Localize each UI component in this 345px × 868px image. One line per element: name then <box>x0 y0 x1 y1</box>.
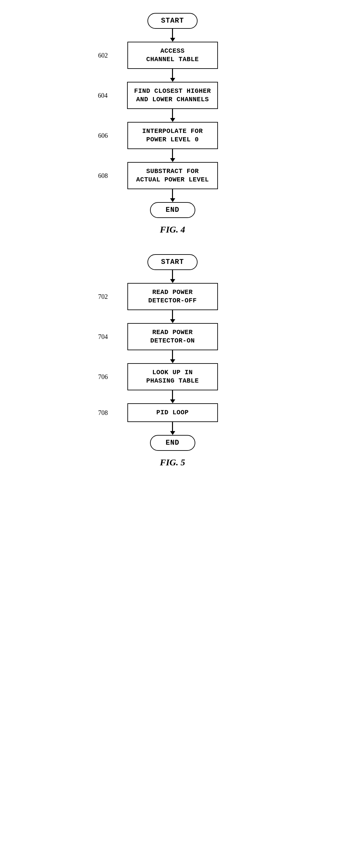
fig5-label: FIG. 5 <box>160 457 185 468</box>
fig5-start-row: START <box>148 254 197 270</box>
fig4-box-606: INTERPOLATE FORPOWER LEVEL 0 <box>127 122 218 149</box>
fig5-box-708: PID LOOP <box>127 403 218 422</box>
fig5-arrow-3 <box>170 350 175 363</box>
fig4-box-602: ACCESSCHANNEL TABLE <box>127 42 218 69</box>
fig5-label-702: 702 <box>98 293 108 301</box>
fig4-diagram: START 602 ACCESSCHANNEL TABLE 604 FIND C… <box>76 13 270 235</box>
fig4-label-606: 606 <box>98 132 108 140</box>
fig4-box604-row: 604 FIND CLOSEST HIGHERAND LOWER CHANNEL… <box>127 82 218 109</box>
fig5-box706-row: 706 LOOK UP INPHASING TABLE <box>127 363 218 390</box>
fig4-end-row: END <box>150 202 195 218</box>
fig5-label-708: 708 <box>98 409 108 416</box>
fig5-end-node: END <box>150 435 195 451</box>
fig5-box-706: LOOK UP INPHASING TABLE <box>127 363 218 390</box>
fig4-box608-row: 608 SUBSTRACT FORACTUAL POWER LEVEL <box>127 162 218 189</box>
fig5-arrow-1 <box>170 270 175 283</box>
fig4-arrow-5 <box>170 189 175 202</box>
fig4-arrow-1 <box>170 29 175 42</box>
fig5-arrow-2 <box>170 310 175 323</box>
fig5-end-row: END <box>150 435 195 451</box>
fig4-box606-row: 606 INTERPOLATE FORPOWER LEVEL 0 <box>127 122 218 149</box>
fig4-label-604: 604 <box>98 92 108 99</box>
fig5-box-702: READ POWERDETECTOR-OFF <box>127 283 218 310</box>
fig5-label-704: 704 <box>98 333 108 341</box>
fig4-label-608: 608 <box>98 172 108 180</box>
fig4-label: FIG. 4 <box>160 224 185 235</box>
fig4-start-row: START <box>148 13 197 29</box>
fig4-label-602: 602 <box>98 52 108 59</box>
fig4-box602-row: 602 ACCESSCHANNEL TABLE <box>127 42 218 69</box>
fig5-box708-row: 708 PID LOOP <box>127 403 218 422</box>
fig5-start-node: START <box>148 254 197 270</box>
fig4-end-node: END <box>150 202 195 218</box>
fig5-box702-row: 702 READ POWERDETECTOR-OFF <box>127 283 218 310</box>
fig5-label-706: 706 <box>98 373 108 381</box>
fig4-start-node: START <box>148 13 197 29</box>
fig5-arrow-4 <box>170 390 175 403</box>
fig5-box-704: READ POWERDETECTOR-ON <box>127 323 218 350</box>
fig4-box-608: SUBSTRACT FORACTUAL POWER LEVEL <box>127 162 218 189</box>
fig4-arrow-3 <box>170 109 175 122</box>
fig4-box-604: FIND CLOSEST HIGHERAND LOWER CHANNELS <box>127 82 218 109</box>
fig4-arrow-2 <box>170 69 175 82</box>
fig4-arrow-4 <box>170 149 175 162</box>
fig5-diagram: START 702 READ POWERDETECTOR-OFF 704 REA… <box>76 254 270 468</box>
fig5-arrow-5 <box>170 422 175 435</box>
fig5-box704-row: 704 READ POWERDETECTOR-ON <box>127 323 218 350</box>
